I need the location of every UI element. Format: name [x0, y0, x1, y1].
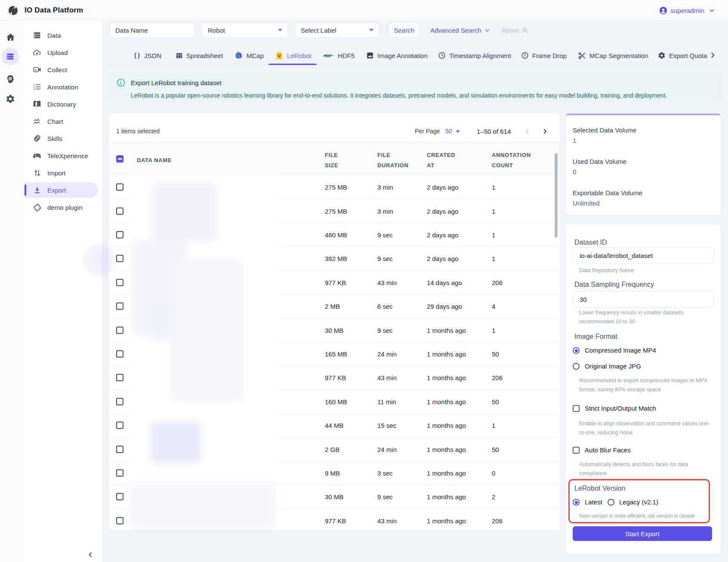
- svg-text:m: m: [238, 55, 240, 57]
- svg-text:3: 3: [33, 88, 34, 91]
